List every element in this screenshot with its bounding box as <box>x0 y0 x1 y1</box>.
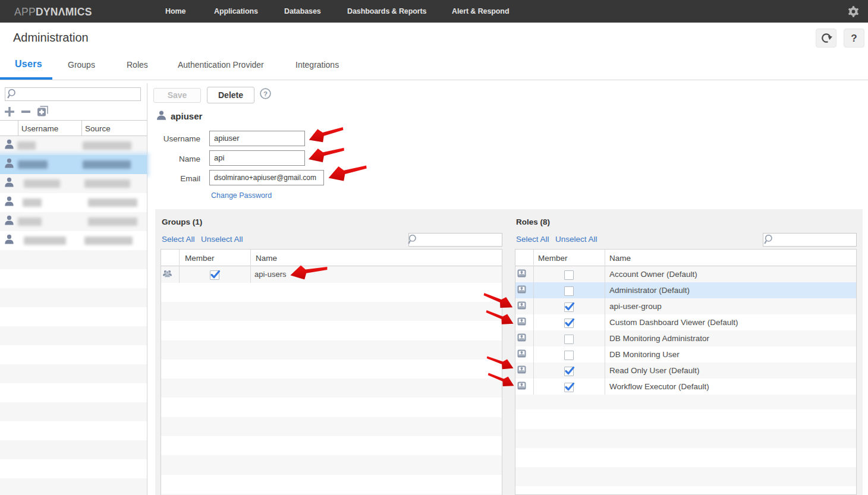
svg-text:?: ? <box>263 90 268 97</box>
